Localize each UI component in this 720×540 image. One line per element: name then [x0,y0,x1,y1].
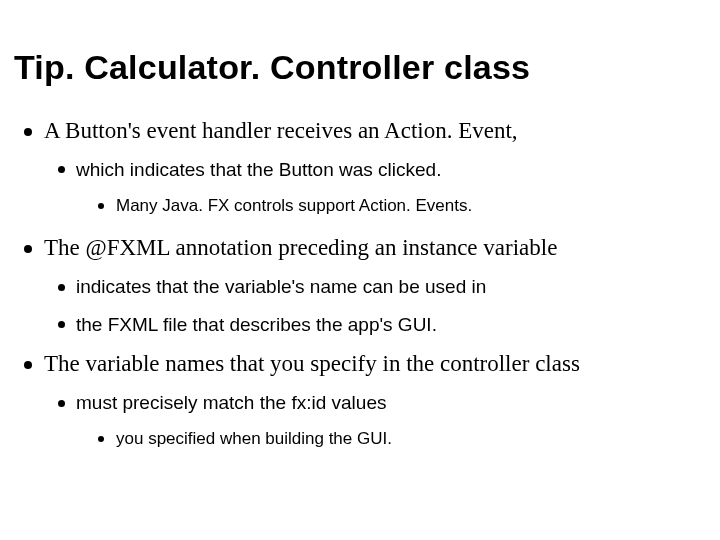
disc-icon [58,400,65,407]
disc-icon [98,436,104,442]
bullet-text: which indicates that the Button was clic… [76,159,441,180]
bullet-l2: must precisely match the fx:id values [14,389,706,417]
bullet-l2: which indicates that the Button was clic… [14,156,706,184]
disc-icon [58,284,65,291]
bullet-l3: Many Java. FX controls support Action. E… [14,194,706,219]
bullet-text: The @FXML annotation preceding an instan… [44,235,557,260]
bullet-l1: The variable names that you specify in t… [14,348,706,379]
disc-icon [58,166,65,173]
bullet-l2: the FXML file that describes the app's G… [14,311,706,339]
bullet-l3: you specified when building the GUI. [14,427,706,452]
slide-title: Tip. Calculator. Controller class [14,48,706,87]
bullet-l1: A Button's event handler receives an Act… [14,115,706,146]
bullet-text: Many Java. FX controls support Action. E… [116,196,472,215]
disc-icon [24,361,32,369]
bullet-text: The variable names that you specify in t… [44,351,580,376]
bullet-text: you specified when building the GUI. [116,429,392,448]
bullet-text: indicates that the variable's name can b… [76,276,486,297]
disc-icon [24,245,32,253]
disc-icon [98,203,104,209]
bullet-text: the FXML file that describes the app's G… [76,314,437,335]
disc-icon [58,321,65,328]
bullet-l2: indicates that the variable's name can b… [14,273,706,301]
bullet-l1: The @FXML annotation preceding an instan… [14,232,706,263]
bullet-text: A Button's event handler receives an Act… [44,118,518,143]
bullet-text: must precisely match the fx:id values [76,392,386,413]
disc-icon [24,128,32,136]
